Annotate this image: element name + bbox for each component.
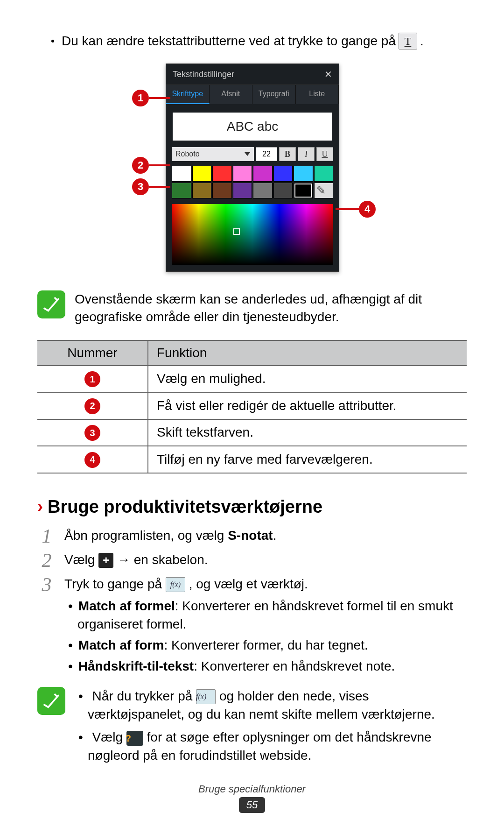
th-number: Nummer	[37, 340, 148, 366]
section-title: Bruge produktivitetsværktøjerne	[48, 497, 322, 517]
font-family-select[interactable]: Roboto	[172, 147, 254, 161]
color-gradient-picker[interactable]	[172, 204, 333, 265]
close-icon[interactable]: ✕	[324, 69, 332, 80]
manual-page: Du kan ændre tekstattributterne ved at t…	[0, 0, 504, 827]
info-note: Ovenstående skærm kan se anderledes ud, …	[37, 290, 467, 326]
callout-badge: 1	[132, 90, 149, 106]
step-list: 1 Åbn programlisten, og vælg S-notat. 2 …	[37, 526, 467, 679]
callout-line	[149, 97, 170, 99]
swatch[interactable]	[212, 183, 232, 198]
intro-bullet: Du kan ændre tekstattributterne ved at t…	[37, 33, 467, 49]
text-settings-panel: Tekstindstillinger ✕ Skrifttype Afsnit T…	[166, 64, 339, 272]
step1-a: Åbn programlisten, og vælg	[64, 528, 228, 543]
callout-3: 3	[132, 178, 170, 195]
underline-button[interactable]: U	[316, 147, 333, 161]
font-family-value: Roboto	[175, 150, 200, 158]
step-3: 3 Tryk to gange på f(x) , og vælg et vær…	[37, 575, 467, 679]
swatch[interactable]	[233, 166, 252, 182]
swatch[interactable]	[253, 183, 273, 198]
table-row: 4 Tilføj en ny farve med farvevælgeren.	[37, 446, 467, 473]
step-2: 2 Vælg + → en skabelon.	[37, 551, 467, 570]
tab-typography[interactable]: Typografi	[252, 85, 296, 104]
font-size-input[interactable]: 22	[256, 147, 277, 161]
chevron-down-icon	[245, 152, 250, 156]
section-heading: › Bruge produktivitetsværktøjerne	[37, 497, 467, 517]
step-number: 3	[37, 575, 56, 594]
step-number: 1	[37, 526, 56, 546]
text-style-icon: T	[399, 33, 417, 49]
screenshot-figure: Tekstindstillinger ✕ Skrifttype Afsnit T…	[37, 64, 467, 272]
bullet-shape: Match af form: Konverterer former, du ha…	[64, 636, 467, 654]
table-row: 2 Få vist eller redigér de aktuelle attr…	[37, 392, 467, 419]
note-icon	[37, 687, 65, 715]
swatch[interactable]	[172, 166, 191, 182]
step3-a: Tryk to gange på	[64, 577, 166, 591]
step3-b: , og vælg et værktøj.	[189, 577, 308, 591]
bullet-handwriting: Håndskrift-til-tekst: Konverterer en hån…	[64, 657, 467, 675]
swatch[interactable]	[294, 166, 313, 182]
gradient-cursor[interactable]	[233, 228, 240, 235]
swatch[interactable]	[212, 166, 232, 182]
swatch[interactable]	[273, 183, 293, 198]
swatch[interactable]	[273, 166, 293, 182]
bullet-icon	[51, 40, 54, 42]
step1-bold: S-notat	[228, 528, 273, 543]
note2-line1: Når du trykker på f(x) og holder den ned…	[75, 687, 467, 723]
plus-icon: +	[98, 553, 113, 568]
step2-a: Vælg	[64, 552, 98, 567]
font-preview: ABC abc	[173, 113, 332, 141]
note2-line2: Vælg ? for at søge efter oplysninger om …	[75, 728, 467, 764]
search-help-icon: ?	[126, 731, 143, 746]
eyedropper-icon: ✎	[316, 184, 326, 197]
swatch[interactable]	[192, 166, 212, 182]
callout-line	[149, 186, 170, 188]
swatch[interactable]	[172, 183, 191, 198]
step-number: 2	[37, 551, 56, 570]
page-footer: Bruge specialfunktioner 55	[0, 783, 504, 813]
row-badge: 4	[84, 452, 100, 468]
tab-font[interactable]: Skrifttype	[166, 85, 210, 104]
callout-1: 1	[132, 90, 170, 106]
info-note-2: Når du trykker på f(x) og holder den ned…	[37, 687, 467, 770]
row-func: Skift tekstfarven.	[148, 419, 467, 446]
tab-list[interactable]: Liste	[296, 85, 339, 104]
page-number: 55	[239, 797, 265, 813]
font-row: Roboto 22 B I U	[166, 147, 339, 166]
swatch[interactable]	[314, 166, 334, 182]
th-function: Funktion	[148, 340, 467, 366]
panel-tabs: Skrifttype Afsnit Typografi Liste	[166, 85, 339, 104]
tab-paragraph[interactable]: Afsnit	[210, 85, 253, 104]
callout-table: Nummer Funktion 1 Vælg en mulighed. 2 Få…	[37, 340, 467, 474]
swatch[interactable]	[253, 166, 273, 182]
fx-icon: f(x)	[196, 689, 216, 704]
step-1: 1 Åbn programlisten, og vælg S-notat.	[37, 526, 467, 546]
table-row: 1 Vælg en mulighed.	[37, 366, 467, 393]
callout-badge: 3	[132, 178, 149, 195]
row-func: Tilføj en ny farve med farvevælgeren.	[148, 446, 467, 473]
swatch-selected[interactable]	[294, 183, 313, 198]
callout-4: 4	[336, 201, 376, 218]
bold-button[interactable]: B	[279, 147, 296, 161]
step1-c: .	[273, 528, 277, 543]
table-row: 3 Skift tekstfarven.	[37, 419, 467, 446]
intro-suffix: .	[420, 34, 424, 49]
chevron-right-icon: ›	[37, 497, 43, 516]
intro-text: Du kan ændre tekstattributterne ved at t…	[62, 34, 396, 49]
row-badge: 1	[84, 371, 100, 387]
step2-b: → en skabelon.	[117, 552, 208, 567]
row-func: Vælg en mulighed.	[148, 366, 467, 393]
note-text: Ovenstående skærm kan se anderledes ud, …	[75, 290, 467, 326]
swatch[interactable]	[233, 183, 252, 198]
swatch[interactable]	[192, 183, 212, 198]
footer-label: Bruge specialfunktioner	[0, 783, 504, 795]
row-badge: 2	[84, 398, 100, 414]
callout-badge: 4	[359, 201, 376, 218]
eyedropper-button[interactable]: ✎	[314, 183, 334, 198]
callout-line	[149, 164, 170, 166]
callout-badge: 2	[132, 157, 149, 174]
callout-2: 2	[132, 157, 170, 174]
color-swatches: ✎	[166, 166, 339, 200]
callout-line	[336, 208, 359, 210]
panel-title: Tekstindstillinger	[173, 70, 234, 79]
italic-button[interactable]: I	[298, 147, 315, 161]
